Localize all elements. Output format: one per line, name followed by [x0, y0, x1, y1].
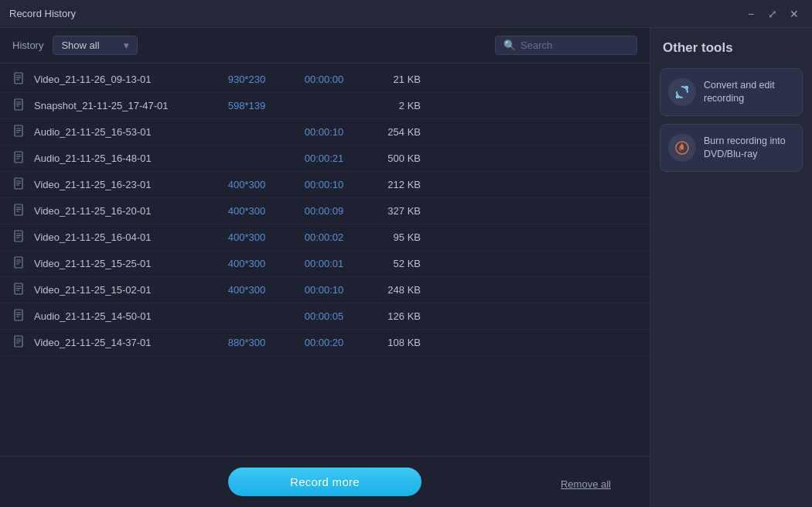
file-icon — [12, 283, 26, 297]
file-resolution: 400*300 — [212, 205, 281, 217]
content-area: History Show all ▾ 🔍 Video_21-11-26_09-1… — [0, 28, 650, 507]
file-resolution: 400*300 — [212, 179, 281, 190]
file-icon — [12, 125, 26, 139]
file-duration: 00:00:10 — [289, 179, 359, 190]
file-list: Video_21-11-26_09-13-01930*23000:00:0021… — [0, 63, 650, 456]
file-name: Snapshot_21-11-25_17-47-01 — [34, 100, 204, 111]
file-name: Video_21-11-25_14-37-01 — [34, 337, 204, 348]
file-name: Audio_21-11-25_14-50-01 — [34, 310, 204, 322]
file-icon — [12, 98, 26, 113]
convert-icon — [668, 78, 696, 106]
bottom-bar: Record more Remove all — [0, 456, 650, 507]
maximize-button[interactable]: ⤢ — [764, 5, 781, 22]
tool-card-1[interactable]: Burn recording into DVD/Blu-ray — [660, 124, 803, 172]
sidebar-title: Other tools — [660, 40, 803, 56]
file-name: Audio_21-11-25_16-53-01 — [34, 126, 204, 138]
table-row[interactable]: Video_21-11-25_16-04-01400*30000:00:0295… — [0, 224, 650, 251]
search-box: 🔍 — [495, 36, 637, 55]
table-row[interactable]: Video_21-11-25_15-25-01400*30000:00:0152… — [0, 251, 650, 277]
file-icon — [12, 256, 26, 271]
table-row[interactable]: Snapshot_21-11-25_17-47-01598*1392 KB — [0, 93, 650, 119]
table-row[interactable]: Video_21-11-25_14-37-01880*30000:00:2010… — [0, 330, 650, 356]
table-row[interactable]: Audio_21-11-25_14-50-0100:00:05126 KB — [0, 303, 650, 330]
table-row[interactable]: Video_21-11-25_16-20-01400*30000:00:0932… — [0, 198, 650, 224]
remove-all-button[interactable]: Remove all — [561, 478, 611, 490]
file-size: 2 KB — [367, 100, 421, 111]
sidebar: Other tools Convert and edit recording B… — [650, 28, 812, 507]
file-name: Video_21-11-25_16-20-01 — [34, 205, 204, 217]
tool-label-0: Convert and edit recording — [704, 79, 794, 106]
table-row[interactable]: Audio_21-11-25_16-53-0100:00:10254 KB — [0, 119, 650, 146]
file-icon — [12, 230, 26, 245]
file-size: 52 KB — [367, 258, 421, 269]
file-size: 327 KB — [367, 205, 421, 217]
file-resolution: 400*300 — [212, 284, 281, 296]
file-size: 500 KB — [367, 152, 421, 164]
app-title: Record History — [9, 8, 76, 19]
file-duration: 00:00:10 — [289, 126, 359, 138]
file-name: Audio_21-11-25_16-48-01 — [34, 152, 204, 164]
search-icon: 🔍 — [503, 39, 516, 51]
table-row[interactable]: Audio_21-11-25_16-48-0100:00:21500 KB — [0, 146, 650, 172]
table-row[interactable]: Video_21-11-26_09-13-01930*23000:00:0021… — [0, 67, 650, 93]
file-size: 21 KB — [367, 74, 421, 85]
file-duration: 00:00:05 — [289, 310, 359, 322]
tool-card-0[interactable]: Convert and edit recording — [660, 68, 803, 116]
title-bar: Record History − ⤢ ✕ — [0, 0, 812, 28]
close-button[interactable]: ✕ — [786, 5, 803, 22]
minimize-button[interactable]: − — [742, 5, 759, 22]
file-icon — [12, 72, 26, 87]
file-size: 212 KB — [367, 179, 421, 190]
file-duration: 00:00:20 — [289, 337, 359, 348]
file-name: Video_21-11-25_15-25-01 — [34, 258, 204, 269]
file-icon — [12, 335, 26, 350]
file-name: Video_21-11-25_16-04-01 — [34, 231, 204, 243]
file-resolution: 400*300 — [212, 231, 281, 243]
file-resolution: 598*139 — [212, 100, 281, 111]
table-row[interactable]: Video_21-11-25_16-23-01400*30000:00:1021… — [0, 172, 650, 198]
file-size: 254 KB — [367, 126, 421, 138]
history-dropdown[interactable]: Show all ▾ — [53, 36, 138, 55]
file-resolution: 880*300 — [212, 337, 281, 348]
table-row[interactable]: Video_21-11-25_15-02-01400*30000:00:1024… — [0, 277, 650, 303]
file-duration: 00:00:21 — [289, 152, 359, 164]
burn-icon — [668, 134, 696, 162]
toolbar: History Show all ▾ 🔍 — [0, 28, 650, 63]
file-duration: 00:00:01 — [289, 258, 359, 269]
file-icon — [12, 151, 26, 166]
record-more-button[interactable]: Record more — [228, 468, 421, 496]
file-size: 95 KB — [367, 231, 421, 243]
file-duration: 00:00:09 — [289, 205, 359, 217]
file-name: Video_21-11-26_09-13-01 — [34, 74, 204, 85]
window-controls: − ⤢ ✕ — [742, 5, 803, 22]
file-size: 126 KB — [367, 310, 421, 322]
file-duration: 00:00:10 — [289, 284, 359, 296]
file-duration: 00:00:00 — [289, 74, 359, 85]
main-layout: History Show all ▾ 🔍 Video_21-11-26_09-1… — [0, 28, 812, 507]
file-duration: 00:00:02 — [289, 231, 359, 243]
file-icon — [12, 309, 26, 324]
dropdown-value: Show all — [61, 39, 99, 51]
history-label: History — [12, 39, 43, 51]
file-icon — [12, 177, 26, 192]
search-input[interactable] — [520, 39, 629, 51]
file-size: 108 KB — [367, 337, 421, 348]
chevron-down-icon: ▾ — [124, 39, 129, 51]
file-size: 248 KB — [367, 284, 421, 296]
file-name: Video_21-11-25_16-23-01 — [34, 179, 204, 190]
file-resolution: 400*300 — [212, 258, 281, 269]
file-name: Video_21-11-25_15-02-01 — [34, 284, 204, 296]
tool-label-1: Burn recording into DVD/Blu-ray — [704, 135, 794, 162]
file-icon — [12, 204, 26, 218]
file-resolution: 930*230 — [212, 74, 281, 85]
